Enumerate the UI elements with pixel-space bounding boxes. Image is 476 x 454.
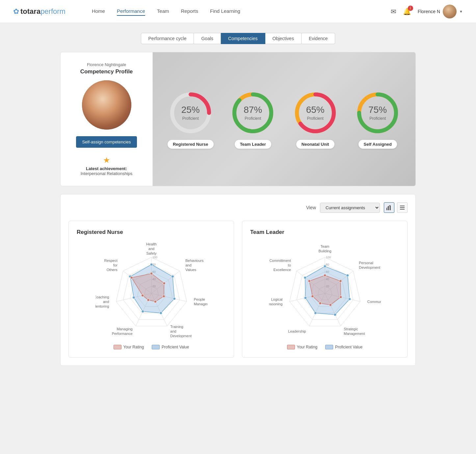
legend-rating-label: Your Rating	[297, 345, 317, 349]
donut-label: Team Leader	[235, 140, 271, 149]
svg-point-41	[132, 296, 135, 299]
radar-svg-wrap: 20406080100 TeamBuildingPersonalDevelopm…	[250, 241, 399, 340]
svg-rect-16	[400, 209, 405, 210]
svg-text:TeamBuilding: TeamBuilding	[318, 244, 331, 253]
user-menu[interactable]: Florence N ▼	[418, 5, 463, 18]
svg-text:PeopleManagement: PeopleManagement	[194, 297, 207, 306]
svg-point-81	[304, 296, 307, 299]
navbar: ✿ totaraperform Home Performance Team Re…	[0, 0, 476, 23]
svg-text:PersonalDevelopment: PersonalDevelopment	[359, 261, 380, 269]
legend-proficient-label: Proficient Value	[162, 345, 189, 349]
svg-text:Leadership: Leadership	[288, 329, 306, 333]
donut-label: Self Assigned	[358, 140, 397, 149]
donut-text: Proficient	[369, 116, 386, 121]
profile-title: Competency Profile	[68, 68, 145, 75]
svg-point-80	[314, 312, 317, 314]
logo-leaf-icon: ✿	[13, 7, 19, 16]
page-wrapper: Performance cycle Goals Competencies Obj…	[54, 23, 422, 376]
nav-performance[interactable]: Performance	[117, 7, 145, 16]
donut-chart: 25% Proficient	[168, 90, 214, 136]
legend-proficient-label: Proficient Value	[335, 345, 362, 349]
profile-name: Florence Nightingale	[68, 62, 145, 67]
donut-center: 87% Proficient	[244, 105, 262, 121]
star-icon: ★	[68, 156, 145, 165]
notification-icon[interactable]: 🔔 1	[403, 8, 411, 15]
nav-links: Home Performance Team Reports Find Learn…	[92, 7, 391, 16]
self-assign-button[interactable]: Self-assign competencies	[76, 136, 137, 148]
achievement-label: Latest achievement:	[68, 166, 145, 171]
svg-point-79	[334, 313, 336, 316]
donut-registered-nurse: 25% Proficient Registered Nurse	[168, 90, 214, 149]
achievement-value: Interpersonal Relationships	[68, 171, 145, 176]
donut-center: 65% Proficient	[306, 105, 325, 121]
profile-sidebar: Florence Nightingale Competency Profile …	[61, 52, 153, 186]
legend-rating: Your Rating	[114, 345, 144, 349]
donut-neonatal-unit: 65% Proficient Neonatal Unit	[292, 90, 338, 149]
legend-proficient-box	[325, 345, 333, 349]
svg-text:RespectforOthers: RespectforOthers	[104, 259, 118, 272]
radar-title: Team Leader	[250, 229, 399, 236]
donut-chart: 75% Proficient	[355, 90, 401, 136]
radar-svg-wrap: 20406080100 HealthandSafetyBehavioursand…	[77, 241, 226, 340]
legend-rating-label: Your Rating	[123, 345, 144, 349]
svg-point-88	[311, 295, 314, 298]
donut-percent: 87%	[244, 105, 262, 115]
list-view-button[interactable]	[397, 202, 408, 213]
tab-evidence[interactable]: Evidence	[302, 33, 335, 44]
achievement-section: ★ Latest achievement: Interpersonal Rela…	[68, 156, 145, 176]
svg-text:CoachingandMentoring: CoachingandMentoring	[95, 295, 109, 308]
svg-text:HealthandSafety: HealthandSafety	[146, 242, 157, 255]
svg-point-48	[141, 294, 144, 297]
legend-proficient-box	[152, 345, 160, 349]
svg-point-45	[162, 295, 165, 298]
avatar-image	[82, 80, 131, 130]
mail-icon[interactable]: ✉	[391, 8, 396, 15]
view-icons	[384, 202, 408, 213]
svg-point-87	[319, 302, 321, 305]
svg-rect-14	[400, 206, 405, 206]
radar-svg: 20406080100 HealthandSafetyBehavioursand…	[95, 241, 207, 340]
radar-svg: 20406080100 TeamBuildingPersonalDevelopm…	[269, 241, 381, 340]
legend-rating-box	[114, 345, 121, 349]
bottom-section: View Current assignments All assignments…	[60, 194, 416, 366]
svg-text:100: 100	[326, 256, 331, 259]
nav-home[interactable]: Home	[92, 7, 105, 16]
legend-rating-box	[287, 345, 295, 349]
svg-point-44	[163, 282, 165, 285]
list-icon	[399, 205, 405, 211]
donut-text: Proficient	[307, 116, 324, 121]
svg-text:Communication: Communication	[367, 300, 381, 304]
svg-point-89	[308, 280, 310, 282]
view-row: View Current assignments All assignments	[68, 202, 408, 213]
tab-objectives[interactable]: Objectives	[265, 33, 302, 44]
chart-view-button[interactable]	[384, 202, 394, 213]
nav-team[interactable]: Team	[157, 7, 169, 16]
nav-reports[interactable]: Reports	[181, 7, 198, 16]
svg-text:100: 100	[152, 256, 157, 259]
chart-icon	[386, 205, 392, 211]
nav-find-learning[interactable]: Find Learning	[210, 7, 240, 16]
svg-text:ManagingPerformance: ManagingPerformance	[112, 327, 132, 336]
profile-section: Florence Nightingale Competency Profile …	[60, 52, 416, 186]
svg-point-83	[324, 274, 326, 277]
donut-percent: 75%	[368, 105, 387, 115]
tab-competencies[interactable]: Competencies	[221, 33, 265, 44]
nav-right: ✉ 🔔 1 Florence N ▼	[391, 5, 463, 18]
donut-percent: 65%	[306, 105, 325, 115]
logo-totara: totara	[20, 7, 40, 16]
donut-label: Registered Nurse	[168, 140, 214, 149]
view-select[interactable]: Current assignments All assignments	[320, 203, 380, 213]
svg-point-82	[304, 276, 306, 279]
tab-goals[interactable]: Goals	[194, 33, 221, 44]
donut-team-leader: 87% Proficient Team Leader	[230, 90, 276, 149]
svg-point-84	[339, 280, 342, 282]
svg-point-40	[141, 310, 144, 313]
svg-point-36	[150, 263, 153, 266]
tab-performance-cycle[interactable]: Performance cycle	[141, 33, 194, 44]
legend-rating: Your Rating	[287, 345, 317, 349]
avatar	[443, 5, 457, 18]
svg-point-49	[130, 276, 133, 279]
svg-point-38	[173, 297, 175, 300]
svg-point-77	[346, 274, 349, 277]
radar-card-registered-nurse: Registered Nurse 20406080100 HealthandSa…	[68, 221, 234, 358]
